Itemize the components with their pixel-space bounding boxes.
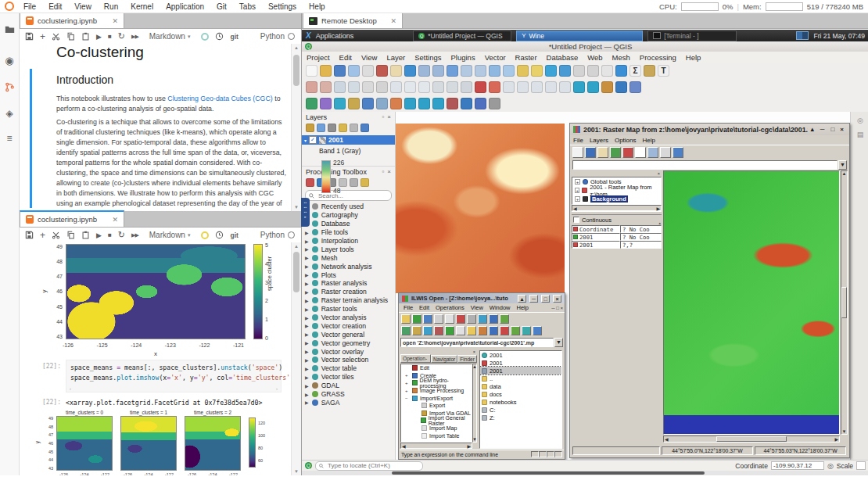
- toolbox-item[interactable]: ▶ Raster terrain analysis: [302, 296, 395, 305]
- qgis-toolbar-icon[interactable]: [390, 81, 402, 93]
- toolbox-item[interactable]: ▶ Interpolation: [302, 237, 395, 246]
- layer-tree-item[interactable]: + 2001 - Raster Map from z:\hom: [572, 186, 661, 195]
- map-hscrollbar[interactable]: ◀▶: [663, 435, 840, 443]
- ilwis-toolbar-icon[interactable]: [412, 326, 421, 335]
- tab-notebook-2[interactable]: coclustering.ipynb ✕: [20, 210, 124, 227]
- run-cell-icon[interactable]: ▶: [96, 231, 102, 239]
- qgis-toolbar-icon[interactable]: [447, 98, 458, 109]
- catalog-item[interactable]: 2001: [480, 351, 561, 359]
- qgis-toolbar-icon[interactable]: [348, 98, 360, 109]
- minimize-button[interactable]: ─: [529, 295, 538, 303]
- layers-toolbar-icon[interactable]: [339, 124, 347, 132]
- toolbox-item[interactable]: ▶ Vector geometry: [302, 339, 395, 347]
- catalog-item[interactable]: Z:: [480, 414, 561, 421]
- tab-navigator[interactable]: Navigator: [431, 355, 457, 363]
- ilwis-menu-item[interactable]: Operations: [432, 304, 468, 311]
- expand-icon[interactable]: ▾: [304, 138, 307, 143]
- caret-icon[interactable]: ▶: [305, 306, 309, 312]
- dropdown-arrow[interactable]: ▼: [554, 338, 563, 347]
- toolbox-item[interactable]: ▶ Recently used: [302, 202, 395, 211]
- qgis-menu-item[interactable]: Raster: [511, 53, 542, 62]
- expand-box[interactable]: +: [405, 381, 410, 385]
- layers-toolbar-icon[interactable]: [317, 124, 325, 132]
- qgis-toolbar-icon[interactable]: [615, 81, 627, 93]
- qgis-toolbar-icon[interactable]: [461, 65, 472, 77]
- tab-finder[interactable]: Finder: [457, 355, 477, 363]
- qgis-menu-item[interactable]: Project: [302, 53, 335, 62]
- close-button[interactable]: ×: [840, 126, 844, 133]
- c ell-type-select[interactable]: Markdown▾: [149, 231, 191, 239]
- qgis-raster-layer[interactable]: [396, 124, 565, 293]
- ilwis-toolbar-icon[interactable]: [456, 314, 465, 324]
- tab-remote-desktop[interactable]: Remote Desktop ✕: [303, 13, 403, 28]
- expand-box[interactable]: +: [575, 196, 580, 202]
- toolbox-item[interactable]: ▶ Vector general: [302, 330, 395, 339]
- ilwis-toolbar-icon[interactable]: [511, 326, 520, 335]
- raster-toolbar-icon[interactable]: [660, 147, 671, 158]
- qgis-toolbar-icon[interactable]: [475, 81, 486, 93]
- raster-menu-item[interactable]: File: [570, 137, 586, 144]
- caret-icon[interactable]: ▶: [305, 375, 309, 380]
- maximize-button[interactable]: □: [541, 295, 550, 303]
- run-cell-icon[interactable]: ▶: [96, 33, 102, 41]
- catalog-item[interactable]: C:: [480, 406, 561, 414]
- caret-icon[interactable]: ▶: [305, 400, 309, 405]
- qgis-toolbar-icon[interactable]: [489, 98, 500, 109]
- qgis-toolbar-icon[interactable]: [489, 65, 500, 77]
- menubar-item[interactable]: File: [17, 2, 42, 11]
- operation-tree-item[interactable]: Import Table: [401, 432, 472, 439]
- processing-toolbar-icon[interactable]: [306, 178, 314, 187]
- ilwis-toolbar-icon[interactable]: [500, 314, 509, 324]
- menubar-item[interactable]: Tabs: [233, 2, 262, 11]
- caret-icon[interactable]: ▶: [305, 298, 309, 303]
- toolbox-item[interactable]: ▶ Raster analysis: [302, 279, 395, 288]
- pane-hscrollbar[interactable]: ◀▶: [572, 205, 662, 211]
- float-panel-icon[interactable]: ▫: [382, 168, 384, 175]
- scrollbar-vertical[interactable]: ▲ ▼: [291, 242, 301, 475]
- qgis-toolbar-icon[interactable]: [461, 81, 472, 93]
- qgis-toolbar-icon[interactable]: [348, 81, 360, 93]
- layers-toolbar-icon[interactable]: [328, 124, 336, 132]
- ilwis-toolbar-icon[interactable]: [456, 326, 465, 335]
- qgis-toolbar-icon[interactable]: [531, 65, 543, 77]
- raster-toolbar-icon[interactable]: [597, 147, 608, 158]
- qgis-toolbar-icon[interactable]: [404, 98, 416, 109]
- git-toolbar-label[interactable]: git: [230, 33, 238, 41]
- catalog-item[interactable]: 2001: [480, 367, 561, 375]
- raster-menu-item[interactable]: Help: [639, 137, 658, 144]
- ilwis-toolbar-icon[interactable]: [533, 326, 542, 335]
- qgis-toolbar-icon[interactable]: [362, 81, 374, 93]
- menubar-item[interactable]: Git: [210, 2, 233, 11]
- qgis-toolbar-icon[interactable]: [587, 81, 599, 93]
- code-hscrollbar[interactable]: ‹›: [70, 386, 278, 390]
- ilwis-toolbar-icon[interactable]: [489, 326, 498, 335]
- remote-hscrollbar-thumb[interactable]: [392, 471, 705, 475]
- layer-item-2001[interactable]: ▾ ✓ 2001: [302, 135, 395, 145]
- qgis-toolbar-icon[interactable]: [390, 98, 402, 109]
- kernel-name[interactable]: Python: [260, 231, 285, 239]
- processing-toolbar-icon[interactable]: [339, 178, 347, 187]
- qgis-toolbar-icon[interactable]: [545, 81, 557, 93]
- pane-vscrollbar[interactable]: ▲▼: [472, 364, 477, 443]
- taskbar-clock[interactable]: Fri 21 May, 07:49: [813, 32, 865, 40]
- ilwis-toolbar-icon[interactable]: [423, 314, 432, 324]
- raster-toolbar-icon[interactable]: [647, 147, 658, 158]
- table-of-contents-icon[interactable]: ≡: [0, 128, 19, 149]
- qgis-toolbar-icon[interactable]: [461, 98, 472, 109]
- processing-toolbar-icon[interactable]: [350, 178, 358, 187]
- add-cell-icon[interactable]: +: [40, 230, 45, 241]
- ilwis-toolbar-icon[interactable]: [401, 314, 411, 324]
- operation-tree-item[interactable]: − Import/Export: [401, 394, 472, 402]
- menubar-item[interactable]: Settings: [262, 2, 303, 11]
- log-panel-icon[interactable]: ▤: [851, 131, 868, 138]
- toolbox-item[interactable]: ▶ Raster tools: [302, 305, 395, 314]
- toolbox-item[interactable]: ▶ Layer tools: [302, 245, 395, 253]
- caret-icon[interactable]: ▶: [305, 332, 309, 337]
- float-panel-icon[interactable]: ▫: [382, 113, 384, 120]
- tab-notebook[interactable]: coclustering.ipynb ✕: [20, 13, 124, 28]
- ilwis-menu-item[interactable]: File: [400, 304, 416, 311]
- caret-icon[interactable]: ▶: [305, 230, 309, 235]
- kernel-name[interactable]: Python: [260, 32, 285, 41]
- qgis-toolbar-icon[interactable]: [545, 65, 557, 77]
- menubar-item[interactable]: Run: [98, 2, 124, 11]
